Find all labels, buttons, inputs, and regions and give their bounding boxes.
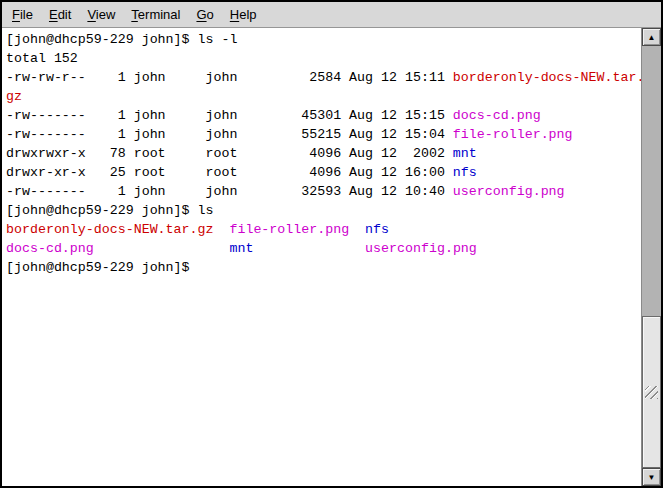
terminal-text: [john@dhcp59-229 john]$ ls [6, 203, 213, 218]
terminal-line: -rw------- 1 john john 55215 Aug 12 15:0… [6, 125, 641, 144]
scrollbar-grip-icon [645, 386, 658, 399]
terminal-line: -rw------- 1 john john 45301 Aug 12 15:1… [6, 106, 641, 125]
terminal-text [253, 241, 365, 256]
window-body: [john@dhcp59-229 john]$ ls -ltotal 152-r… [2, 28, 661, 486]
terminal-text: total 152 [6, 51, 78, 66]
terminal-line: drwxr-xr-x 25 root root 4096 Aug 12 16:0… [6, 163, 641, 182]
terminal-filename-red: borderonly-docs-NEW.tar.gz [6, 222, 213, 237]
terminal-text: drwxrwxr-x 78 root root 4096 Aug 12 2002 [6, 146, 453, 161]
terminal-line: -rw-rw-r-- 1 john john 2584 Aug 12 15:11… [6, 68, 641, 87]
scrollbar-track[interactable] [642, 46, 661, 468]
terminal-line: -rw------- 1 john john 32593 Aug 12 10:4… [6, 182, 641, 201]
terminal-filename-magenta: userconfig.png [453, 184, 565, 199]
menu-item-file[interactable]: File [4, 4, 41, 26]
terminal-line: [john@dhcp59-229 john]$ ls -l [6, 30, 641, 49]
terminal-text: [john@dhcp59-229 john]$ [6, 260, 198, 275]
terminal-text: [john@dhcp59-229 john]$ ls -l [6, 32, 237, 47]
terminal-line: [john@dhcp59-229 john]$ [6, 258, 641, 277]
terminal-line: borderonly-docs-NEW.tar.gz file-roller.p… [6, 220, 641, 239]
menu-item-view[interactable]: View [79, 4, 123, 26]
terminal-filename-blue: mnt [229, 241, 253, 256]
menu-item-terminal[interactable]: Terminal [123, 4, 188, 26]
scroll-down-icon: ▼ [648, 473, 656, 482]
terminal-filename-blue: nfs [453, 165, 477, 180]
terminal-filename-blue: mnt [453, 146, 477, 161]
terminal-text: -rw------- 1 john john 32593 Aug 12 10:4… [6, 184, 453, 199]
menu-bar: FileEditViewTerminalGoHelp [2, 2, 661, 28]
terminal-filename-magenta: file-roller.png [453, 127, 573, 142]
terminal-text [94, 241, 230, 256]
menu-item-edit[interactable]: Edit [41, 4, 79, 26]
terminal-text: -rw-rw-r-- 1 john john 2584 Aug 12 15:11 [6, 70, 453, 85]
terminal-line: [john@dhcp59-229 john]$ ls [6, 201, 641, 220]
menu-item-help[interactable]: Help [222, 4, 265, 26]
terminal-filename-magenta: docs-cd.png [453, 108, 541, 123]
terminal-filename-blue: nfs [365, 222, 389, 237]
terminal-window: FileEditViewTerminalGoHelp [john@dhcp59-… [0, 0, 663, 488]
scroll-up-icon: ▲ [648, 33, 656, 42]
scrollbar-thumb[interactable] [642, 316, 661, 468]
terminal-text [213, 222, 229, 237]
terminal-line: total 152 [6, 49, 641, 68]
terminal-filename-magenta: file-roller.png [229, 222, 349, 237]
terminal-text: -rw------- 1 john john 55215 Aug 12 15:0… [6, 127, 453, 142]
terminal-text: drwxr-xr-x 25 root root 4096 Aug 12 16:0… [6, 165, 453, 180]
terminal-filename-red: borderonly-docs-NEW.tar. [453, 70, 641, 85]
scroll-down-button[interactable]: ▼ [642, 468, 661, 486]
terminal-text: -rw------- 1 john john 45301 Aug 12 15:1… [6, 108, 453, 123]
terminal-filename-magenta: userconfig.png [365, 241, 477, 256]
terminal-text [349, 222, 365, 237]
menu-item-go[interactable]: Go [188, 4, 221, 26]
scrollbar: ▲ ▼ [641, 28, 661, 486]
terminal-filename-magenta: docs-cd.png [6, 241, 94, 256]
scroll-up-button[interactable]: ▲ [642, 28, 661, 46]
terminal-filename-red: gz [6, 89, 22, 104]
terminal-output[interactable]: [john@dhcp59-229 john]$ ls -ltotal 152-r… [2, 28, 641, 486]
terminal-line: drwxrwxr-x 78 root root 4096 Aug 12 2002… [6, 144, 641, 163]
terminal-line: docs-cd.png mnt userconfig.png [6, 239, 641, 258]
terminal-line: gz [6, 87, 641, 106]
